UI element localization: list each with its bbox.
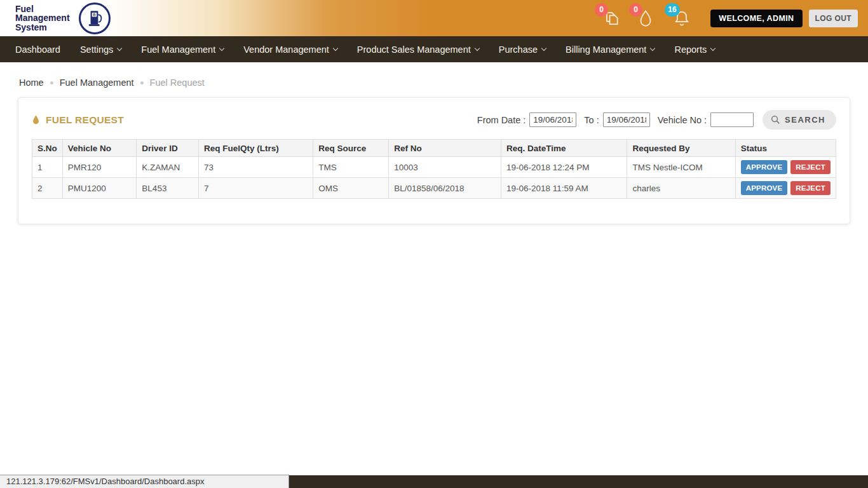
nav-item-settings[interactable]: Settings xyxy=(80,44,121,55)
cell-requested-by: TMS Nestle-ICOM xyxy=(627,157,735,178)
alerts-badge: 16 xyxy=(665,3,679,17)
logo-line: Management xyxy=(15,13,70,23)
col-sno: S.No xyxy=(32,140,63,157)
search-filters: From Date : To : Vehicle No : SEARCH xyxy=(477,110,836,130)
svg-text:B: B xyxy=(93,13,96,17)
page-title: FUEL REQUEST xyxy=(32,114,124,126)
cell-req-fuelqty: 7 xyxy=(199,178,313,199)
logout-button[interactable]: LOG OUT xyxy=(809,10,858,27)
col-driver-id: Driver ID xyxy=(137,140,199,157)
col-ref-no: Ref No xyxy=(389,140,501,157)
app-header: Fuel Management System B 0 0 xyxy=(0,0,868,36)
cell-req-datetime: 19-06-2018 12:24 PM xyxy=(501,157,627,178)
col-req-fuelqty: Req FuelQty (Ltrs) xyxy=(199,140,313,157)
breadcrumb-fuel-management[interactable]: Fuel Management xyxy=(60,78,134,88)
fuel-notification-button[interactable]: 0 xyxy=(637,9,656,28)
cell-vehicle-no: PMU1200 xyxy=(62,178,137,199)
reject-button[interactable]: REJECT xyxy=(790,160,831,174)
col-requested-by: Requested By xyxy=(627,140,735,157)
cell-req-fuelqty: 73 xyxy=(199,157,313,178)
chevron-down-icon xyxy=(475,46,480,51)
fuel-request-panel: FUEL REQUEST From Date : To : Vehicle No… xyxy=(18,97,850,224)
cell-req-datetime: 19-06-2018 11:59 AM xyxy=(501,178,627,199)
logo-line: Fuel xyxy=(15,4,70,14)
bell-icon xyxy=(672,19,691,30)
documents-badge: 0 xyxy=(595,3,608,17)
breadcrumb-fuel-request: Fuel Request xyxy=(150,78,205,88)
vehicle-no-label: Vehicle No : xyxy=(658,115,707,125)
table-header-row: S.No Vehicle No Driver ID Req FuelQty (L… xyxy=(32,140,836,157)
chevron-down-icon xyxy=(541,46,546,51)
chevron-down-icon xyxy=(117,46,122,51)
cell-ref-no: 10003 xyxy=(389,157,501,178)
fuel-request-table: S.No Vehicle No Driver ID Req FuelQty (L… xyxy=(32,139,836,199)
col-status: Status xyxy=(735,140,836,157)
alerts-notification-button[interactable]: 16 xyxy=(672,9,691,28)
table-row: 2 PMU1200 BL453 7 OMS BL/01858/06/2018 1… xyxy=(32,178,836,199)
table-row: 1 PMR120 K.ZAMAN 73 TMS 10003 19-06-2018… xyxy=(32,157,836,178)
col-req-source: Req Source xyxy=(313,140,389,157)
fuel-badge: 0 xyxy=(629,3,642,17)
cell-req-source: TMS xyxy=(313,157,389,178)
welcome-badge: WELCOME, ADMIN xyxy=(710,10,802,27)
documents-icon xyxy=(602,19,621,30)
nav-item-reports[interactable]: Reports xyxy=(674,44,715,55)
search-icon xyxy=(771,115,780,125)
nav-item-billing-management[interactable]: Billing Management xyxy=(566,44,654,55)
from-date-label: From Date : xyxy=(477,115,526,125)
header-actions: 0 0 16 W xyxy=(602,0,858,36)
droplet-icon xyxy=(32,114,40,125)
chevron-down-icon xyxy=(219,46,224,51)
cell-requested-by: charles xyxy=(627,178,735,199)
nav-item-vendor-management[interactable]: Vendor Management xyxy=(243,44,337,55)
cell-sno: 2 xyxy=(32,178,63,199)
browser-status-url: 121.121.3.179:62/FMSv1/Dashboard/Dashboa… xyxy=(0,475,289,488)
logo-line: System xyxy=(15,23,70,32)
breadcrumb-home[interactable]: Home xyxy=(19,78,44,88)
main-navigation: Dashboard Settings Fuel Management Vendo… xyxy=(0,36,868,62)
cell-driver-id: BL453 xyxy=(137,178,199,199)
breadcrumb: Home Fuel Management Fuel Request xyxy=(0,62,868,88)
nav-item-dashboard[interactable]: Dashboard xyxy=(15,44,60,55)
nav-item-product-sales-management[interactable]: Product Sales Management xyxy=(357,44,479,55)
chevron-down-icon xyxy=(710,46,715,51)
col-req-datetime: Req. DateTime xyxy=(501,140,627,157)
cell-sno: 1 xyxy=(32,157,63,178)
app-logo-text: Fuel Management System xyxy=(15,4,70,32)
vehicle-no-input[interactable] xyxy=(710,112,754,127)
droplet-icon xyxy=(637,19,654,30)
cell-req-source: OMS xyxy=(313,178,389,199)
chevron-down-icon xyxy=(333,46,338,51)
breadcrumb-separator-dot xyxy=(140,81,144,85)
nav-item-fuel-management[interactable]: Fuel Management xyxy=(141,44,224,55)
approve-button[interactable]: APPROVE xyxy=(741,160,788,174)
reject-button[interactable]: REJECT xyxy=(790,181,831,195)
col-vehicle-no: Vehicle No xyxy=(62,140,137,157)
from-date-input[interactable] xyxy=(529,112,576,127)
cell-driver-id: K.ZAMAN xyxy=(137,157,199,178)
to-date-input[interactable] xyxy=(603,112,650,127)
chevron-down-icon xyxy=(650,46,655,51)
cell-status: APPROVEREJECT xyxy=(735,157,836,178)
cell-vehicle-no: PMR120 xyxy=(62,157,137,178)
documents-notification-button[interactable]: 0 xyxy=(602,9,621,28)
approve-button[interactable]: APPROVE xyxy=(741,181,788,195)
fuel-pump-logo-icon: B xyxy=(79,3,111,34)
nav-item-purchase[interactable]: Purchase xyxy=(499,44,546,55)
cell-status: APPROVEREJECT xyxy=(735,178,836,199)
search-button[interactable]: SEARCH xyxy=(763,110,836,130)
cell-ref-no: BL/01858/06/2018 xyxy=(389,178,501,199)
breadcrumb-separator-dot xyxy=(50,81,53,85)
to-date-label: To : xyxy=(584,115,599,125)
